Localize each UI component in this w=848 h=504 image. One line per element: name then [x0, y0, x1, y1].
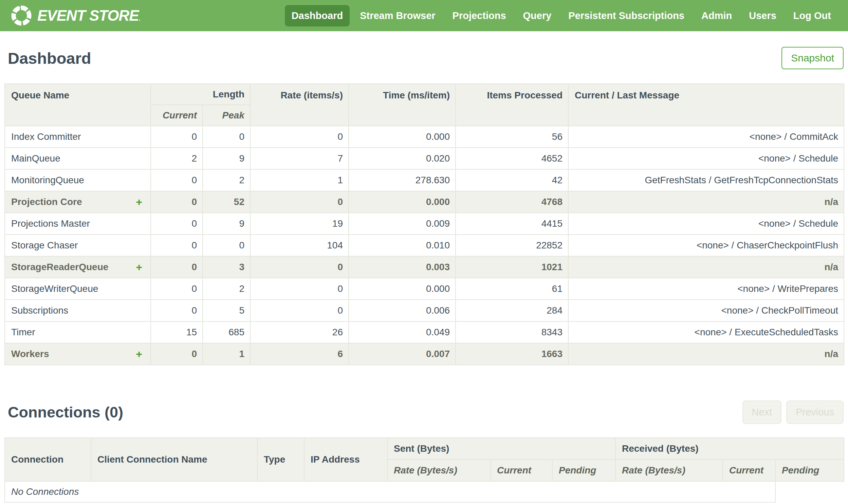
connections-pager: Next Previous	[742, 400, 844, 424]
col-header-type: Type	[257, 438, 304, 481]
queue-length-current: 0	[151, 213, 203, 235]
queue-name: MainQueue	[11, 153, 60, 164]
col-header-connection: Connection	[5, 438, 91, 481]
queue-items-processed: 4768	[455, 191, 568, 213]
top-nav: EVENT STORE. Dashboard Stream Browser Pr…	[0, 0, 848, 31]
previous-button[interactable]: Previous	[786, 400, 844, 424]
queue-length-peak: 5	[203, 300, 250, 321]
queue-length-current: 0	[151, 235, 203, 256]
queue-row: MainQueue 2 9 7 0.020 4652 <none> / Sche…	[5, 148, 844, 169]
main-content: Dashboard Snapshot Queue Name Length Rat…	[0, 47, 848, 503]
nav-item-projections[interactable]: Projections	[446, 5, 513, 26]
col-header-received-bytes: Received (Bytes)	[615, 438, 844, 460]
queue-name: Timer	[11, 327, 35, 338]
nav-item-users[interactable]: Users	[742, 5, 783, 26]
nav-item-query[interactable]: Query	[516, 5, 558, 26]
col-header-length-peak: Peak	[203, 105, 250, 126]
nav-menu: Dashboard Stream Browser Projections Que…	[285, 5, 838, 26]
queue-time: 0.020	[349, 148, 455, 169]
col-header-items-processed: Items Processed	[455, 84, 568, 126]
col-header-message: Current / Last Message	[568, 84, 844, 126]
no-connections-row: No Connections	[5, 481, 844, 502]
eventstore-logo-icon	[10, 4, 33, 27]
snapshot-button[interactable]: Snapshot	[781, 47, 844, 69]
queue-name: Index Committer	[11, 131, 81, 142]
logo-text: EVENT STORE.	[37, 7, 140, 24]
queue-length-current: 0	[151, 191, 203, 213]
queue-time: 0.006	[349, 300, 455, 321]
col-header-queue-name: Queue Name	[5, 84, 151, 126]
queue-time: 0.049	[349, 321, 455, 343]
col-header-rate: Rate (items/s)	[250, 84, 349, 126]
queue-rate: 26	[250, 321, 349, 343]
queue-message: n/a	[568, 256, 844, 278]
col-header-received-rate: Rate (Bytes/s)	[615, 460, 723, 481]
queue-time: 0.007	[349, 343, 455, 365]
queue-rate: 0	[250, 256, 349, 278]
expand-plus-icon[interactable]: +	[136, 197, 142, 208]
connections-table: Connection Client Connection Name Type I…	[4, 437, 844, 503]
queue-length-current: 0	[151, 300, 203, 321]
queue-message: <none> / ChaserCheckpointFlush	[568, 235, 844, 256]
nav-item-log-out[interactable]: Log Out	[787, 5, 838, 26]
queue-time: 0.000	[349, 191, 455, 213]
queue-length-peak: 2	[203, 278, 250, 300]
queue-rate: 104	[250, 235, 349, 256]
next-button[interactable]: Next	[742, 400, 782, 424]
queue-rate: 7	[250, 148, 349, 169]
queue-length-current: 0	[151, 278, 203, 300]
nav-item-admin[interactable]: Admin	[694, 5, 739, 26]
col-header-time: Time (ms/item)	[349, 84, 455, 126]
col-header-received-current: Current	[723, 460, 775, 481]
queue-length-peak: 1	[203, 343, 250, 365]
queue-time: 0.000	[349, 126, 455, 148]
page-header: Dashboard Snapshot	[4, 47, 844, 69]
col-header-received-pending: Pending	[775, 460, 844, 481]
queue-length-peak: 9	[203, 148, 250, 169]
expand-plus-icon[interactable]: +	[136, 262, 142, 272]
queue-rate: 0	[250, 191, 349, 213]
queue-row: Timer 15 685 26 0.049 8343 <none> / Exec…	[5, 321, 844, 343]
queue-rate: 1	[250, 169, 349, 191]
col-header-client-connection-name: Client Connection Name	[91, 438, 257, 481]
queue-name: StorageWriterQueue	[11, 283, 98, 294]
queue-time: 0.003	[349, 256, 455, 278]
eventstore-logo: EVENT STORE.	[10, 4, 140, 27]
queue-row: StorageWriterQueue 0 2 0 0.000 61 <none>…	[5, 278, 844, 300]
queue-rate: 6	[250, 343, 349, 365]
nav-item-persistent-subscriptions[interactable]: Persistent Subscriptions	[561, 5, 691, 26]
nav-item-dashboard[interactable]: Dashboard	[285, 5, 350, 26]
queue-items-processed: 284	[455, 300, 568, 321]
queue-row: MonitoringQueue 0 2 1 278.630 42 GetFres…	[5, 169, 844, 191]
queue-message: <none> / CheckPollTimeout	[568, 300, 844, 321]
queue-message: <none> / WritePrepares	[568, 278, 844, 300]
queue-items-processed: 1663	[455, 343, 568, 365]
queue-length-current: 0	[151, 126, 203, 148]
queue-message: <none> / Schedule	[568, 148, 844, 169]
nav-item-stream-browser[interactable]: Stream Browser	[353, 5, 442, 26]
queue-row: Projections Master 0 9 19 0.009 4415 <no…	[5, 213, 844, 235]
queue-name: Storage Chaser	[11, 240, 78, 251]
col-header-length-current: Current	[151, 105, 203, 126]
queue-message: n/a	[568, 343, 844, 365]
queue-name: StorageReaderQueue	[11, 262, 108, 272]
queue-length-peak: 3	[203, 256, 250, 278]
queue-rate: 0	[250, 300, 349, 321]
queue-items-processed: 22852	[455, 235, 568, 256]
queue-length-peak: 9	[203, 213, 250, 235]
queue-rate: 19	[250, 213, 349, 235]
queue-message: <none> / Schedule	[568, 213, 844, 235]
queues-table: Queue Name Length Rate (items/s) Time (m…	[4, 84, 844, 365]
queue-row: Projection Core + 0 52 0 0.000 4768 n/a	[5, 191, 844, 213]
queue-items-processed: 8343	[455, 321, 568, 343]
queue-length-peak: 2	[203, 169, 250, 191]
queue-time: 0.000	[349, 278, 455, 300]
queue-time: 0.010	[349, 235, 455, 256]
queue-items-processed: 4652	[455, 148, 568, 169]
queue-message: <none> / CommitAck	[568, 126, 844, 148]
expand-plus-icon[interactable]: +	[136, 348, 142, 359]
queue-length-peak: 685	[203, 321, 250, 343]
col-header-sent-bytes: Sent (Bytes)	[387, 438, 615, 460]
queue-name: Workers	[11, 348, 49, 359]
queue-items-processed: 1021	[455, 256, 568, 278]
